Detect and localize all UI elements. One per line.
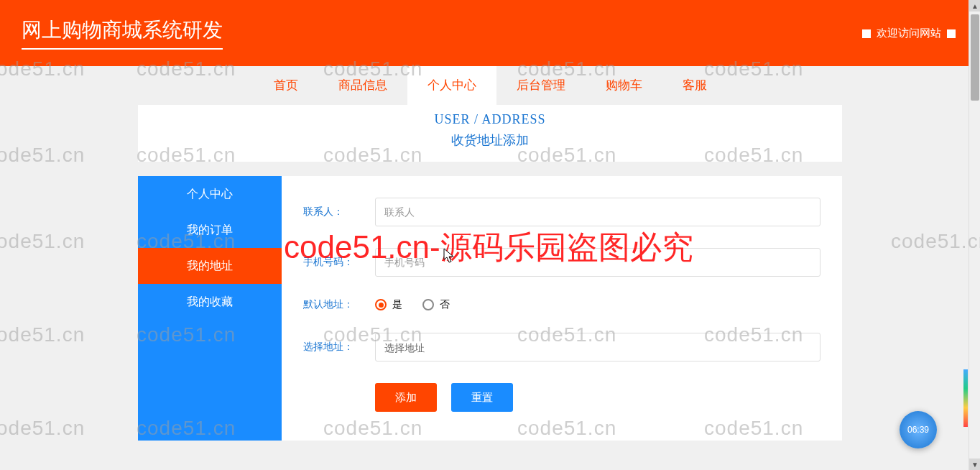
main-nav: 首页商品信息个人中心后台管理购物车客服 — [0, 66, 980, 105]
radio-no-label: 否 — [440, 298, 450, 311]
label-default-address: 默认地址： — [303, 298, 375, 311]
sidebar-item-1[interactable]: 我的订单 — [138, 212, 282, 248]
label-contact: 联系人： — [303, 206, 375, 218]
row-default-address: 默认地址： 是 否 — [303, 298, 820, 311]
nav-item-3[interactable]: 后台管理 — [496, 66, 586, 105]
page-heading-chn: 收货地址添加 — [138, 132, 842, 149]
clock-badge[interactable]: 06:39 — [900, 411, 937, 448]
watermark-small: code51.cn — [0, 144, 85, 167]
nav-item-4[interactable]: 购物车 — [586, 66, 662, 105]
page-heading-eng: USER / ADDRESS — [138, 112, 842, 127]
sidebar: 个人中心我的订单我的地址我的收藏 — [138, 176, 282, 441]
page-heading: USER / ADDRESS 收货地址添加 — [138, 105, 842, 162]
scroll-up-icon[interactable]: ▲ — [969, 0, 980, 11]
site-title[interactable]: 网上购物商城系统研发 — [22, 17, 223, 50]
address-form: 联系人： 手机号码： 默认地址： 是 否 选择地址： 选择地址 — [282, 176, 842, 441]
row-select-address: 选择地址： 选择地址 — [303, 333, 820, 361]
nav-item-2[interactable]: 个人中心 — [407, 66, 496, 105]
radio-icon — [375, 299, 387, 310]
button-row: 添加 重置 — [303, 383, 820, 412]
nav-item-5[interactable]: 客服 — [662, 66, 727, 105]
label-select-address: 选择地址： — [303, 341, 375, 354]
watermark-small: code51.cn — [0, 417, 85, 440]
label-phone: 手机号码： — [303, 256, 375, 269]
watermark-small: code51.cn — [0, 230, 85, 253]
row-contact: 联系人： — [303, 198, 820, 226]
nav-item-0[interactable]: 首页 — [254, 66, 318, 105]
sidebar-item-0[interactable]: 个人中心 — [138, 176, 282, 212]
welcome-text: 欢迎访问网站 — [859, 27, 958, 40]
radio-no[interactable]: 否 — [422, 298, 450, 311]
input-phone[interactable] — [375, 248, 820, 277]
radio-group-default: 是 否 — [375, 298, 450, 311]
radio-icon — [422, 299, 434, 310]
sidebar-item-3[interactable]: 我的收藏 — [138, 284, 282, 320]
square-icon — [947, 29, 956, 38]
sidebar-item-2[interactable]: 我的地址 — [138, 248, 282, 284]
watermark-small: code51.cn — [891, 230, 980, 253]
radio-yes-label: 是 — [392, 298, 402, 311]
reset-button[interactable]: 重置 — [451, 383, 513, 412]
content-area: 个人中心我的订单我的地址我的收藏 联系人： 手机号码： 默认地址： 是 否 — [138, 176, 842, 441]
color-bar-icon — [963, 369, 968, 427]
input-contact[interactable] — [375, 198, 820, 226]
vertical-scrollbar[interactable]: ▲ ▼ — [969, 0, 980, 470]
scroll-down-icon[interactable]: ▼ — [969, 459, 980, 470]
top-header: 网上购物商城系统研发 欢迎访问网站 — [0, 0, 980, 66]
nav-item-1[interactable]: 商品信息 — [318, 66, 407, 105]
select-address[interactable]: 选择地址 — [375, 333, 820, 361]
scroll-thumb[interactable] — [971, 14, 979, 101]
square-icon — [862, 29, 871, 38]
submit-button[interactable]: 添加 — [375, 383, 437, 412]
welcome-label: 欢迎访问网站 — [877, 27, 941, 39]
watermark-small: code51.cn — [0, 323, 85, 346]
row-phone: 手机号码： — [303, 248, 820, 277]
radio-yes[interactable]: 是 — [375, 298, 402, 311]
